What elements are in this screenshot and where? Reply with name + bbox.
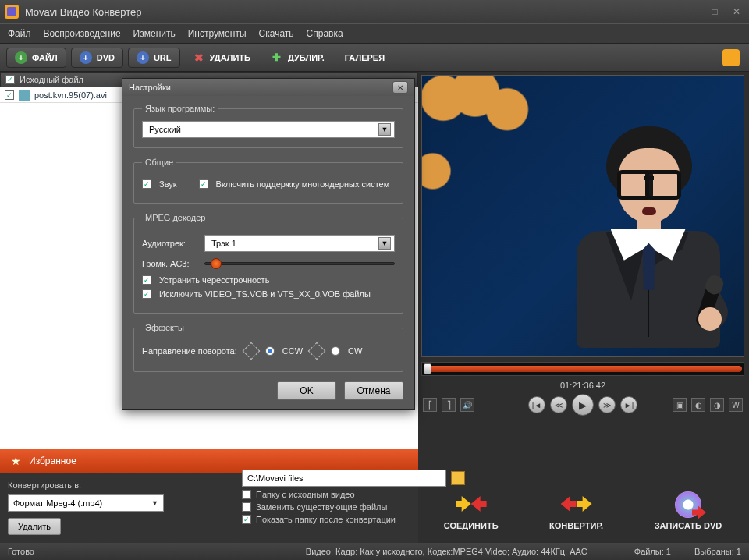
status-files: Файлы: 1 [634,547,671,556]
sound-checkbox[interactable]: ✓ [142,179,151,189]
menu-file[interactable]: Файл [8,28,31,39]
delete-x-icon: ✖ [193,51,205,64]
forward-button[interactable]: ≫ [598,396,616,413]
dialog-close-icon[interactable]: ✕ [392,81,408,94]
status-info: Видео: Кадр: Как у исходного, Кодек:MPEG… [306,547,587,556]
select-all-checkbox[interactable]: ✓ [5,75,15,84]
prev-button[interactable]: |◄ [528,396,545,413]
menu-download[interactable]: Скачать [259,28,294,39]
menu-play[interactable]: Воспроизведение [44,28,121,39]
mark-in-icon[interactable]: ⎡ [423,398,437,412]
destination-group: C:\Movavi files ✓Папку с исходным видео … [242,470,465,524]
ac3-volume-slider[interactable] [204,257,395,271]
app-logo-icon [5,5,19,19]
exclude-vob-checkbox[interactable]: ✓ [142,289,151,299]
crop-icon[interactable]: ▣ [673,398,687,412]
status-selected: Выбраны: 1 [694,547,741,556]
burn-action[interactable]: ЗАПИСАТЬ DVD [655,491,722,530]
mpeg-fieldset: MPEG декодер Аудиотрек: Трэк 1▼ Громк. A… [133,213,403,314]
deinterlace-checkbox[interactable]: ✓ [142,275,151,285]
maximize-button[interactable]: □ [707,6,722,17]
status-bar: Готово Видео: Кадр: Как у исходного, Код… [0,543,749,560]
arrow-left-icon [471,496,487,512]
watermark-icon[interactable]: W [729,398,743,412]
chevron-down-icon: ▼ [378,237,391,250]
toolbar-gallery-button[interactable]: ГАЛЕРЕЯ [337,48,392,68]
time-display: 01:21:36.42 [421,381,744,393]
disc-icon [675,491,701,518]
arrow-right-icon [577,496,592,512]
rotate-ccw-icon [242,342,260,360]
format-select[interactable]: Формат Mpeg-4 (.mp4)▼ [8,494,164,512]
cancel-button[interactable]: Отмена [344,381,403,400]
toolbar-duplicate-button[interactable]: ✚ДУБЛИР. [263,48,332,68]
opt-open-after-checkbox[interactable]: ✓ [242,515,251,524]
plus-file-icon: + [15,51,27,64]
delete-format-button[interactable]: Удалить [8,518,61,535]
multicore-checkbox[interactable]: ✓ [199,179,208,189]
general-fieldset: Общие ✓Звук ✓Включить поддержку многояде… [133,158,403,204]
settings-dialog: Настройки ✕ Язык программы: Русский▼ Общ… [122,78,415,410]
toolbar: +ФАЙЛ +DVD +URL ✖УДАЛИТЬ ✚ДУБЛИР. ГАЛЕРЕ… [0,44,749,72]
mark-out-icon[interactable]: ⎤ [442,398,456,412]
menu-tools[interactable]: Инструменты [188,28,247,39]
effects-fieldset: Эффекты Направление поворота: CCW CW [133,323,403,372]
ok-button[interactable]: OK [277,381,336,400]
playback-controls: ⎡ ⎤ 🔊 |◄ ≪ ▶ ≫ ►| ▣ ◐ ◑ W [421,393,744,416]
menu-edit[interactable]: Изменить [133,28,176,39]
file-checkbox[interactable]: ✓ [5,90,14,100]
audiotrack-select[interactable]: Трэк 1▼ [204,235,395,252]
arrow-left-icon [561,496,577,512]
dialog-titlebar[interactable]: Настройки ✕ [122,79,414,96]
language-select[interactable]: Русский▼ [142,121,395,138]
dvd-icon: + [80,51,92,64]
file-name: post.kvn.95(07).avi [34,90,107,100]
timeline-knob[interactable] [424,363,431,374]
convert-action[interactable]: КОНВЕРТИР. [549,491,603,530]
browse-folder-icon[interactable] [451,471,465,485]
timeline[interactable] [421,362,744,376]
adjust-icon[interactable]: ◐ [691,398,705,412]
chevron-down-icon: ▼ [378,123,391,136]
title-bar: Movavi Видео Конвертер — □ ✕ [0,0,749,23]
toolbar-url-button[interactable]: +URL [128,48,180,68]
minimize-button[interactable]: — [685,6,701,17]
contrast-icon[interactable]: ◑ [710,398,724,412]
opt-overwrite-checkbox[interactable]: ✓ [242,502,251,512]
close-button[interactable]: ✕ [729,6,744,17]
play-button[interactable]: ▶ [572,394,594,416]
rotate-cw-icon [308,342,326,360]
arrow-right-icon [692,505,706,519]
star-icon: ★ [11,455,21,467]
action-bar: СОЕДИНИТЬ КОНВЕРТИР. ЗАПИСАТЬ DVD [421,477,744,538]
rotation-ccw-radio[interactable] [265,346,275,356]
menu-help[interactable]: Справка [307,28,343,39]
toolbar-file-button[interactable]: +ФАЙЛ [6,48,66,68]
wizard-icon[interactable] [722,49,740,66]
opt-same-folder-checkbox[interactable]: ✓ [242,490,251,499]
video-file-icon [19,90,30,101]
dest-path-input[interactable]: C:\Movavi files [242,470,446,487]
globe-icon: + [137,51,149,64]
rotation-cw-radio[interactable] [331,346,340,356]
menu-bar: Файл Воспроизведение Изменить Инструмент… [0,23,749,44]
rewind-button[interactable]: ≪ [550,396,567,413]
plus-icon: ✚ [271,51,283,64]
lang-fieldset: Язык программы: Русский▼ [133,104,403,148]
app-title: Movavi Видео Конвертер [25,6,142,18]
next-button[interactable]: ►| [620,396,637,413]
toolbar-dvd-button[interactable]: +DVD [71,48,123,68]
toolbar-delete-button[interactable]: ✖УДАЛИТЬ [185,48,258,68]
status-ready: Готово [8,547,34,556]
video-preview [421,75,744,357]
volume-icon[interactable]: 🔊 [460,398,474,412]
